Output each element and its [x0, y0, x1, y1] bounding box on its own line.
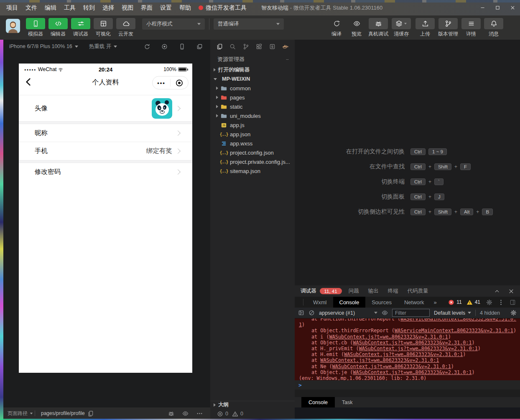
minimize-button[interactable] — [475, 0, 490, 15]
close-panel-icon[interactable] — [510, 399, 520, 405]
tool-button-cloud[interactable]: 云开发 — [116, 18, 135, 38]
tree-item[interactable]: JSapp.js — [210, 120, 295, 130]
profile-row[interactable]: 昵称 — [19, 124, 192, 142]
tool-button-eye[interactable]: 预览 — [348, 18, 365, 38]
vconsole-bug-icon[interactable] — [168, 410, 174, 417]
tool-button-sliders[interactable]: 调试器 — [71, 18, 90, 38]
clear-console-icon[interactable] — [308, 310, 315, 316]
more-options-icon[interactable] — [196, 410, 203, 417]
bottom-tab-console[interactable]: Console — [301, 397, 335, 407]
panel-tab[interactable]: 终端 — [388, 288, 398, 295]
hidden-count[interactable]: 4 hidden — [480, 310, 500, 316]
more-menu-button[interactable]: ••• — [153, 80, 170, 86]
tree-item[interactable]: pages — [210, 93, 295, 102]
profile-row[interactable]: 修改密码 — [19, 163, 192, 181]
tree-item[interactable]: {..}project.config.json — [210, 148, 295, 157]
mode-select[interactable]: 小程序模式 — [142, 18, 205, 30]
menu-item[interactable]: 视图 — [118, 0, 137, 15]
menu-item[interactable]: 选择 — [99, 0, 118, 15]
console-stack-link[interactable]: WASubContext.js?t=we…80623323&v=2.31.0:1 — [332, 364, 451, 369]
tool-button-layers[interactable]: 清缓存 — [392, 18, 411, 38]
tool-button-upload[interactable]: 上传 — [415, 18, 435, 38]
tool-button-grid[interactable]: 可视化 — [94, 18, 113, 38]
menu-item[interactable]: 转到 — [79, 0, 99, 15]
tool-button-menu[interactable]: 详情 — [461, 18, 481, 38]
console-prompt[interactable]: > — [295, 380, 520, 389]
console-stack-link[interactable]: WASubContext.js?t=we…80623323&v=2.31.0:1 — [344, 351, 463, 357]
tool-button-code[interactable]: 编辑器 — [48, 18, 68, 38]
console-settings-gear-icon[interactable] — [510, 310, 517, 316]
eye-icon[interactable] — [382, 310, 388, 316]
bottom-tab-task[interactable]: Task — [335, 397, 360, 407]
devtools-tab-wxml[interactable]: Wxml — [307, 297, 333, 308]
rotate-icon[interactable] — [144, 43, 150, 50]
devtools-tab-sources[interactable]: Sources — [365, 297, 398, 308]
panel-tab[interactable]: 调试器 — [301, 288, 316, 295]
problems-status[interactable]: 0 0 — [210, 408, 295, 419]
menu-item[interactable]: 工具 — [60, 0, 79, 15]
console-stack-link[interactable]: WASubContext.js?t=we…80623323&v=2.31.0:1 — [359, 346, 478, 351]
kebab-menu-icon[interactable] — [295, 399, 301, 405]
menu-item[interactable]: 文件 — [22, 0, 41, 15]
settings-gear-icon[interactable] — [486, 299, 492, 305]
profile-row[interactable]: 头像 — [19, 95, 192, 121]
tool-button-refresh[interactable]: 编译 — [328, 18, 345, 38]
close-button[interactable] — [505, 0, 520, 15]
tool-button-bug[interactable]: 真机调试 — [368, 18, 388, 38]
dock-side-icon[interactable] — [510, 299, 516, 305]
close-panel-icon[interactable] — [508, 288, 514, 294]
compile-select[interactable]: 普通编译 — [214, 18, 284, 30]
device-select[interactable]: iPhone 6/7/8 Plus 100% 16 — [9, 43, 78, 49]
kebab-menu-icon[interactable] — [498, 299, 504, 305]
user-avatar[interactable] — [6, 19, 20, 33]
menu-item[interactable]: 编辑 — [41, 0, 60, 15]
back-button[interactable] — [24, 77, 33, 87]
files-icon[interactable] — [217, 43, 223, 50]
console-issue-counts[interactable]: 11 41 — [448, 299, 483, 305]
menu-item[interactable]: 设置 — [156, 0, 176, 15]
multi-window-icon[interactable] — [196, 43, 203, 50]
docker-whale-icon[interactable] — [282, 43, 288, 50]
menu-item[interactable]: 界面 — [137, 0, 156, 15]
console-stack-link[interactable]: WASubContext.js?t=we…80623323&v=2.31.0:1 — [320, 357, 439, 363]
search-icon[interactable] — [229, 43, 236, 50]
maximize-button[interactable] — [490, 0, 505, 15]
git-branch-icon[interactable] — [243, 43, 249, 50]
show-sidebar-icon[interactable] — [298, 310, 304, 316]
menu-item[interactable]: 帮助 — [176, 0, 195, 15]
profile-row[interactable]: 手机绑定有奖 — [19, 142, 192, 160]
device-frame-icon[interactable] — [179, 43, 185, 50]
tree-item[interactable]: {..}sitemap.json — [210, 166, 295, 176]
console-stack-link[interactable]: WASubContext.js?t=we…80623323&v=2.31.0:1 — [353, 340, 472, 346]
filter-input[interactable] — [392, 309, 430, 317]
tree-item[interactable]: {..}app.json — [210, 130, 295, 139]
console-stack-link[interactable]: WAServiceMainContext…80623323&v=2.31.0:1 — [395, 328, 513, 333]
menu-item-wechat-devtools[interactable]: 微信开发者工具 — [195, 0, 250, 15]
tree-item[interactable]: uni_modules — [210, 111, 295, 120]
panel-tab[interactable]: 输出 — [368, 288, 379, 295]
tool-button-branch[interactable]: 版本管理 — [438, 18, 458, 38]
more-tabs-icon[interactable]: » — [431, 299, 440, 305]
copy-path-icon[interactable] — [87, 410, 94, 417]
tool-button-bell[interactable]: 消息 — [484, 18, 503, 38]
menu-item[interactable]: 项目 — [3, 0, 22, 15]
inspect-element-icon[interactable] — [295, 299, 303, 305]
console-stack-link[interactable]: WASubContext.js?t=we…80623323&v=2.31.0:1 — [353, 369, 472, 375]
outline-section[interactable]: 大纲 — [210, 401, 295, 408]
tree-item[interactable]: static — [210, 102, 295, 111]
extensions-icon[interactable] — [256, 43, 262, 50]
console-stack-link[interactable]: WAServiceMainContext…80623323&v=2.31.0: — [400, 318, 516, 322]
tool-button-phone[interactable]: 模拟器 — [26, 18, 45, 38]
tree-item[interactable]: app.wxss — [210, 139, 295, 148]
npm-icon[interactable] — [269, 43, 275, 50]
page-path-label[interactable]: 页面路径 — [8, 410, 28, 417]
preview-eye-icon[interactable] — [182, 410, 189, 417]
collapse-panel-icon[interactable] — [494, 288, 500, 294]
devtools-tab-network[interactable]: Network — [398, 297, 431, 308]
explorer-more-icon[interactable] — [286, 56, 292, 63]
log-levels-select[interactable]: Default levels — [434, 310, 471, 316]
tree-item[interactable]: {..}project.private.config.js... — [210, 157, 295, 166]
tree-item[interactable]: common — [210, 84, 295, 93]
hot-reload-toggle[interactable]: 热重载 开 — [89, 43, 117, 50]
devtools-tab-console[interactable]: Console — [333, 297, 366, 308]
